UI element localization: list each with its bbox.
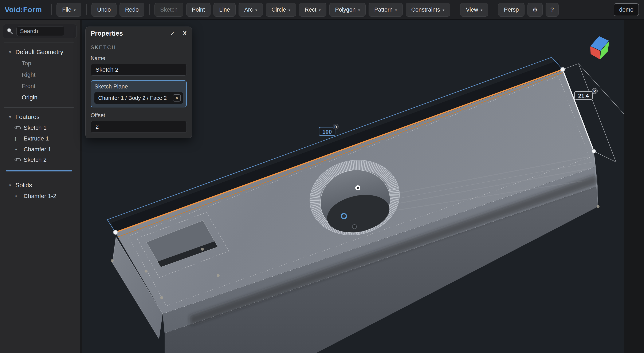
line-tool-button[interactable]: Line	[214, 3, 236, 17]
extrude-icon: ↑	[14, 135, 24, 142]
chevron-down-icon: ▾	[358, 8, 360, 12]
help-button[interactable]: ?	[546, 3, 559, 17]
name-input[interactable]	[90, 64, 187, 76]
tree-group-solids[interactable]: ▾ Solids	[0, 180, 80, 191]
sidebar-item-top[interactable]: Top	[0, 58, 80, 69]
app-logo: Void:Form	[5, 5, 42, 14]
toolbar-separator	[493, 4, 493, 15]
chevron-down-icon: ▾	[481, 8, 482, 12]
close-icon[interactable]: X	[183, 30, 187, 37]
panel-title: Properties	[90, 30, 123, 37]
tree-group-label: Solids	[16, 182, 32, 189]
chevron-down-icon: ▾	[319, 8, 321, 12]
sidebar-item-front[interactable]: Front	[0, 80, 80, 92]
chevron-down-icon: ▾	[395, 8, 397, 12]
tree-group-features[interactable]: ▾ Features	[0, 111, 80, 123]
chevron-down-icon: ▾	[442, 8, 444, 12]
user-account-button[interactable]: demo	[614, 3, 639, 16]
sketch-button[interactable]: Sketch	[154, 3, 183, 17]
toolbar-separator	[86, 4, 86, 15]
file-label: File	[62, 6, 72, 13]
clear-plane-button[interactable]: ×	[173, 94, 181, 101]
polygon-tool-button[interactable]: Polygon ▾	[330, 3, 366, 17]
chevron-down-icon: ▾	[256, 8, 257, 12]
sketch-label: Sketch	[160, 6, 178, 13]
sketch-plane-label: Sketch Plane	[94, 83, 183, 90]
sketch-point[interactable]	[592, 149, 596, 153]
help-icon: ?	[550, 6, 554, 13]
toolbar-separator	[51, 4, 52, 15]
point-tool-button[interactable]: Point	[186, 3, 211, 17]
chevron-down-icon: ▾	[74, 8, 76, 12]
chevron-down-icon: ▾	[9, 50, 16, 54]
settings-button[interactable]: ⚙	[528, 3, 543, 17]
view-cube[interactable]	[590, 36, 609, 60]
tree-group-label: Default Geometry	[16, 49, 63, 56]
chevron-down-icon: ▾	[9, 183, 16, 188]
dimension-distance-badge-letter: D	[334, 125, 337, 129]
persp-label: Persp	[504, 6, 519, 13]
offset-input[interactable]	[90, 121, 187, 133]
undo-button[interactable]: Undo	[92, 3, 116, 17]
dimension-radius-badge-letter: R	[594, 89, 596, 93]
search-box	[3, 24, 77, 38]
line-label: Line	[219, 6, 230, 13]
file-menu-button[interactable]: File ▾	[56, 3, 81, 17]
redo-button[interactable]: Redo	[120, 3, 144, 17]
user-label: demo	[619, 6, 634, 13]
sketch-icon	[14, 158, 24, 162]
search-input[interactable]	[16, 26, 64, 36]
dimension-radius-value: 21.4	[578, 92, 589, 99]
polygon-label: Polygon	[335, 6, 356, 13]
sketch-icon	[14, 125, 24, 130]
toolbar-separator	[455, 4, 456, 15]
sidebar: ▾ Default Geometry Top Right Front Origi…	[0, 20, 80, 353]
panel-section-label: SKETCH	[90, 44, 187, 50]
sidebar-divider	[4, 176, 74, 176]
sidebar-item-extrude-1[interactable]: ↑ Extrude 1	[0, 133, 80, 144]
gear-icon: ⚙	[532, 6, 538, 13]
name-field-label: Name	[90, 55, 187, 61]
pattern-tool-button[interactable]: Pattern ▾	[368, 3, 403, 17]
circle-tool-button[interactable]: Circle ▾	[266, 3, 296, 17]
arc-tool-button[interactable]: Arc ▾	[238, 3, 263, 17]
tree-group-label: Features	[16, 113, 40, 120]
sidebar-item-chamfer-1[interactable]: • Chamfer 1	[0, 144, 80, 155]
sidebar-item-sketch-1[interactable]: Sketch 1	[0, 123, 80, 133]
view-label: View	[466, 6, 478, 13]
sketch-point-selected[interactable]	[342, 214, 346, 219]
perspective-toggle-button[interactable]: Persp	[498, 3, 524, 17]
chevron-down-icon: ▾	[288, 8, 290, 12]
solid-icon: •	[14, 193, 24, 199]
sidebar-divider	[4, 42, 74, 43]
sketch-plane-chip[interactable]: Chamfer 1 / Body 2 / Face 2 ×	[94, 92, 183, 104]
point-label: Point	[192, 6, 205, 13]
sketch-plane-group: Sketch Plane Chamfer 1 / Body 2 / Face 2…	[90, 80, 187, 107]
constraints-menu-button[interactable]: Constraints ▾	[406, 3, 450, 17]
circle-label: Circle	[272, 6, 286, 13]
sidebar-item-right[interactable]: Right	[0, 69, 80, 80]
arc-label: Arc	[244, 6, 253, 13]
chamfer-icon: •	[14, 146, 24, 152]
redo-label: Redo	[125, 6, 139, 13]
solid-label: Chamfer 1-2	[24, 193, 56, 199]
chevron-down-icon: ▾	[9, 115, 16, 119]
rect-label: Rect	[305, 6, 316, 13]
constraints-label: Constraints	[411, 6, 440, 13]
sketch-point-dark[interactable]	[352, 225, 356, 229]
feature-label: Chamfer 1	[24, 146, 51, 153]
sidebar-item-chamfer-1-2[interactable]: • Chamfer 1-2	[0, 191, 80, 201]
sketch-point-center-core	[357, 187, 359, 189]
view-menu-button[interactable]: View ▾	[460, 3, 488, 17]
sidebar-item-sketch-2[interactable]: Sketch 2	[0, 155, 80, 165]
offset-field-label: Offset	[90, 112, 187, 119]
sketch-point[interactable]	[113, 230, 118, 234]
confirm-icon[interactable]: ✓	[170, 29, 176, 37]
sidebar-item-origin[interactable]: Origin	[0, 92, 80, 103]
sidebar-divider	[4, 107, 74, 108]
properties-panel-header: Properties ✓ X	[86, 27, 192, 40]
rect-tool-button[interactable]: Rect ▾	[299, 3, 326, 17]
tree-group-default-geometry[interactable]: ▾ Default Geometry	[0, 46, 80, 58]
active-feature-indicator	[6, 170, 72, 171]
sketch-point[interactable]	[560, 67, 565, 72]
